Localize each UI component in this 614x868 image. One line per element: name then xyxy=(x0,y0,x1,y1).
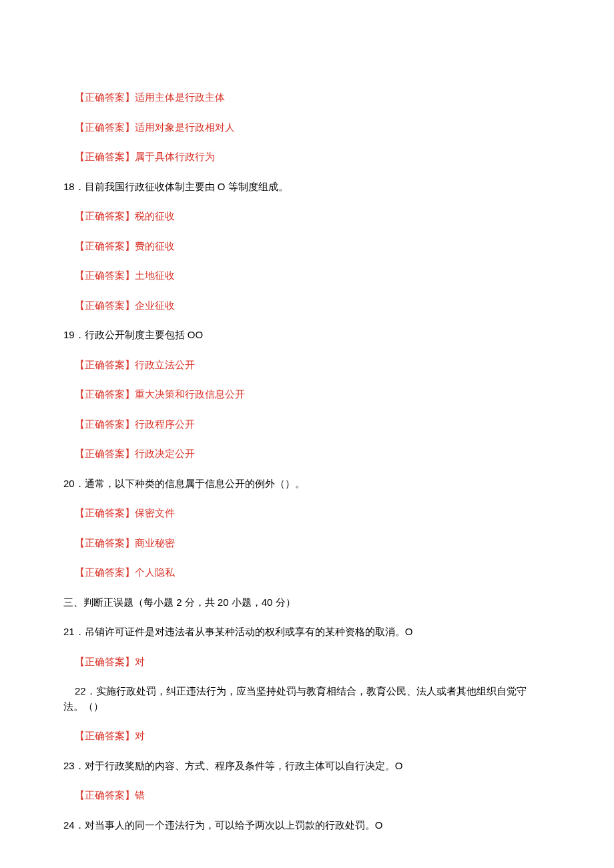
answer-label: 【正确答案】 xyxy=(75,240,135,252)
q22-answer: 【正确答案】对 xyxy=(63,729,551,744)
answer-text: 行政立法公开 xyxy=(135,359,195,370)
q20-answer-3: 【正确答案】个人隐私 xyxy=(63,565,551,580)
question-21: 21．吊销许可证件是对违法者从事某种活动的权利或享有的某种资格的取消。O xyxy=(63,624,551,640)
q18-answer-2: 【正确答案】费的征收 xyxy=(63,239,551,254)
answer-label: 【正确答案】 xyxy=(75,210,135,222)
question-text: ．通常，以下种类的信息属于信息公开的例外（）。 xyxy=(75,478,305,489)
q17-answer-1: 【正确答案】适用主体是行政主体 xyxy=(63,90,551,105)
answer-text: 费的征收 xyxy=(135,240,175,252)
question-text: ．对当事人的同一个违法行为，可以给予两次以上罚款的行政处罚。O xyxy=(75,819,383,831)
q19-answer-4: 【正确答案】行政决定公开 xyxy=(63,446,551,462)
answer-text: 属于具体行政行为 xyxy=(135,151,215,162)
answer-text: 行政程序公开 xyxy=(135,418,195,430)
answer-text: 对 xyxy=(135,656,145,667)
answer-text: 个人隐私 xyxy=(135,566,175,578)
answer-label: 【正确答案】 xyxy=(75,151,135,162)
answer-label: 【正确答案】 xyxy=(75,300,135,311)
answer-label: 【正确答案】 xyxy=(75,91,135,103)
q21-answer: 【正确答案】对 xyxy=(63,655,551,670)
answer-label: 【正确答案】 xyxy=(75,418,135,430)
answer-text: 适用对象是行政相对人 xyxy=(135,121,235,133)
answer-text: 重大决策和行政信息公开 xyxy=(135,388,245,400)
question-text-line2: 法。（） xyxy=(63,701,103,712)
q19-answer-3: 【正确答案】行政程序公开 xyxy=(63,417,551,432)
q17-answer-3: 【正确答案】属于具体行政行为 xyxy=(63,149,551,165)
answer-text: 错 xyxy=(135,789,145,801)
q19-answer-1: 【正确答案】行政立法公开 xyxy=(63,358,551,373)
answer-label: 【正确答案】 xyxy=(75,121,135,133)
question-text-line1: ．实施行政处罚，纠正违法行为，应当坚持处罚与教育相结合，教育公民、法人或者其他组… xyxy=(86,685,527,697)
answer-label: 【正确答案】 xyxy=(75,656,135,667)
question-number: 21 xyxy=(63,626,75,637)
question-20: 20．通常，以下种类的信息属于信息公开的例外（）。 xyxy=(63,476,551,492)
answer-label: 【正确答案】 xyxy=(75,388,135,400)
answer-text: 税的征收 xyxy=(135,210,175,222)
answer-text: 商业秘密 xyxy=(135,537,175,548)
question-text: ．对于行政奖励的内容、方式、程序及条件等，行政主体可以自行决定。O xyxy=(75,760,403,771)
answer-text: 保密文件 xyxy=(135,507,175,518)
answer-text: 对 xyxy=(135,730,145,741)
answer-text: 行政决定公开 xyxy=(135,448,195,459)
q19-answer-2: 【正确答案】重大决策和行政信息公开 xyxy=(63,387,551,402)
answer-label: 【正确答案】 xyxy=(75,566,135,578)
answer-label: 【正确答案】 xyxy=(75,789,135,801)
question-number: 20 xyxy=(63,478,75,489)
question-text: ．吊销许可证件是对违法者从事某种活动的权利或享有的某种资格的取消。O xyxy=(75,626,413,637)
question-18: 18．目前我国行政征收体制主要由 O 等制度组成。 xyxy=(63,179,551,195)
q18-answer-1: 【正确答案】税的征收 xyxy=(63,209,551,224)
question-text: ．行政公开制度主要包括 OO xyxy=(75,329,204,340)
question-number: 22 xyxy=(75,685,86,697)
answer-label: 【正确答案】 xyxy=(75,537,135,548)
section-3-heading: 三、判断正误题（每小题 2 分，共 20 小题，40 分） xyxy=(63,595,551,610)
question-number: 18 xyxy=(63,181,75,192)
answer-label: 【正确答案】 xyxy=(75,448,135,459)
question-23: 23．对于行政奖励的内容、方式、程序及条件等，行政主体可以自行决定。O xyxy=(63,759,551,774)
question-number: 23 xyxy=(63,760,75,771)
answer-label: 【正确答案】 xyxy=(75,359,135,370)
q18-answer-3: 【正确答案】土地征收 xyxy=(63,268,551,284)
question-number: 19 xyxy=(63,329,75,340)
answer-text: 企业征收 xyxy=(135,300,175,311)
question-text: ．目前我国行政征收体制主要由 O 等制度组成。 xyxy=(75,181,288,192)
q17-answer-2: 【正确答案】适用对象是行政相对人 xyxy=(63,120,551,135)
q23-answer: 【正确答案】错 xyxy=(63,788,551,803)
answer-label: 【正确答案】 xyxy=(75,270,135,281)
question-24: 24．对当事人的同一个违法行为，可以给予两次以上罚款的行政处罚。O xyxy=(63,818,551,833)
answer-text: 适用主体是行政主体 xyxy=(135,91,225,103)
q20-answer-2: 【正确答案】商业秘密 xyxy=(63,536,551,551)
question-number: 24 xyxy=(63,819,75,831)
q20-answer-1: 【正确答案】保密文件 xyxy=(63,506,551,521)
answer-label: 【正确答案】 xyxy=(75,730,135,741)
question-19: 19．行政公开制度主要包括 OO xyxy=(63,328,551,343)
q18-answer-4: 【正确答案】企业征收 xyxy=(63,298,551,314)
answer-text: 土地征收 xyxy=(135,270,175,281)
answer-label: 【正确答案】 xyxy=(75,507,135,518)
question-22: 22．实施行政处罚，纠正违法行为，应当坚持处罚与教育相结合，教育公民、法人或者其… xyxy=(63,684,551,714)
